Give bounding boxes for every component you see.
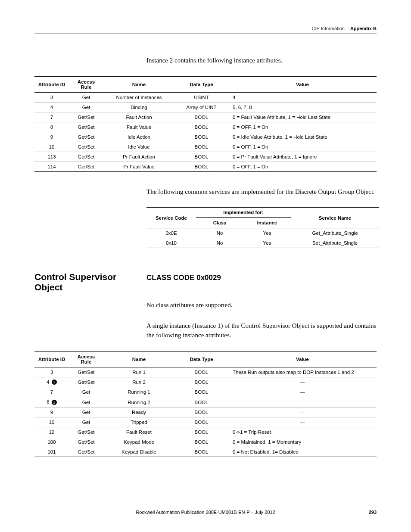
th-name: Name [103, 76, 174, 92]
th-service-name: Service Name [291, 208, 379, 228]
cell-access: Get/Set [69, 437, 103, 447]
th-access: Access Rule [69, 76, 103, 92]
cell-name: Number of Instances [103, 92, 174, 102]
cell-name: Run 1 [103, 367, 174, 377]
intro-text-1: Instance 2 contains the following instan… [146, 56, 377, 65]
cell-value: 0 = Not Disabled, 1= Disabled [228, 447, 377, 457]
cell-instance: Yes [243, 238, 291, 248]
cell-name: Running 2 [103, 397, 174, 408]
cell-name: Running 1 [103, 387, 174, 397]
page-header: CIP Information Appendix B [34, 26, 377, 34]
cell-value: — [228, 417, 377, 427]
cell-access: Get [69, 92, 103, 102]
cell-attr-id: 100 [34, 437, 69, 447]
cell-attr-id: 10 [34, 417, 69, 427]
cell-attr-id: 12 [34, 427, 69, 437]
cell-access: Get/Set [69, 427, 103, 437]
cell-value: 0 = OFF, 1 = On [228, 162, 377, 171]
cell-service-name: Set_Attribute_Single [291, 238, 379, 248]
header-label: CIP Information [312, 26, 345, 31]
intro-text-2: The following common services are implem… [146, 187, 377, 197]
cell-attr-id: 9 [34, 408, 69, 417]
cell-service-code: 0x0E [146, 228, 196, 238]
table-row: 3Get/SetRun 1BOOLThese Run outputs also … [34, 367, 377, 377]
cell-attr-id: 8 [34, 122, 69, 132]
cell-access: Get [69, 408, 103, 417]
table-row: 12Get/SetFault ResetBOOL0->1 = Trip Rese… [34, 427, 377, 437]
table-row: 8Get/SetFault ValueBOOL0 = OFF, 1 = On [34, 122, 377, 132]
th-name: Name [103, 351, 174, 367]
cell-value: 5, 6, 7, 8 [228, 102, 377, 112]
note-icon: 1 [52, 400, 57, 405]
cell-value: 0 = OFF, 1 = On [228, 122, 377, 132]
cell-type: BOOL [174, 122, 228, 132]
cell-access: Get/Set [69, 142, 103, 152]
cell-access: Get/Set [69, 367, 103, 377]
table-row: 7Get/SetFault ActionBOOL0 = Fault Value … [34, 112, 377, 122]
table-row: 0x10NoYesSet_Attribute_Single [146, 238, 379, 248]
th-access: Access Rule [69, 351, 103, 367]
cell-type: BOOL [174, 377, 228, 387]
table-row: 0x0ENoYesGet_Attribute_Single [146, 228, 379, 238]
section-title: Control Supervisor Object [34, 272, 146, 292]
cell-type: BOOL [174, 152, 228, 162]
cell-attr-id: 8 1 [34, 397, 69, 408]
cell-value: 0 = Idle Value Attribute, 1 = Hold Last … [228, 132, 377, 142]
cell-value: 0 = Pr Fault Value Attribute, 1 = Ignore [228, 152, 377, 162]
cell-name: Pr Fault Action [103, 152, 174, 162]
cell-value: 0 = Fault Value Attribute, 1 = Hold Last… [228, 112, 377, 122]
th-datatype: Data Type [174, 351, 228, 367]
footer-page-number: 293 [369, 510, 377, 515]
cell-value: — [228, 377, 377, 387]
th-attr-id: Attribute ID [34, 351, 69, 367]
table-row: 114Get/SetPr Fault ValueBOOL0 = OFF, 1 =… [34, 162, 377, 171]
table-row: 7GetRunning 1BOOL— [34, 387, 377, 397]
cell-value: 0 = Maintained, 1 = Momentary [228, 437, 377, 447]
th-service-code: Service Code [146, 208, 196, 228]
note-icon: 1 [52, 380, 57, 385]
cell-access: Get/Set [69, 447, 103, 457]
table-row: 4 1Get/SetRun 2BOOL— [34, 377, 377, 387]
table-row: 101Get/SetKeypad DisableBOOL0 = Not Disa… [34, 447, 377, 457]
cell-attr-id: 3 [34, 92, 69, 102]
table-row: 8 1GetRunning 2BOOL— [34, 397, 377, 408]
cell-name: Pr Fault Value [103, 162, 174, 171]
intro-text-4: A single instance (Instance 1) of the Co… [146, 321, 377, 340]
table-row: 3GetNumber of InstancesUSINT4 [34, 92, 377, 102]
cell-attr-id: 4 1 [34, 377, 69, 387]
cell-value: 0->1 = Trip Reset [228, 427, 377, 437]
table-header-row: Attribute ID Access Rule Name Data Type … [34, 351, 377, 367]
cell-type: Array of UINT [174, 102, 228, 112]
th-class: Class [196, 218, 243, 228]
cell-type: BOOL [174, 408, 228, 417]
table-row: 113Get/SetPr Fault ActionBOOL0 = Pr Faul… [34, 152, 377, 162]
table-header-group-row: Service Code Implemented for: Service Na… [146, 208, 379, 218]
cell-type: BOOL [174, 437, 228, 447]
cell-value: — [228, 387, 377, 397]
cell-value: — [228, 408, 377, 417]
section-header: Control Supervisor Object CLASS CODE 0x0… [34, 272, 377, 292]
cell-name: Keypad Disable [103, 447, 174, 457]
table-row: 10GetTrippedBOOL— [34, 417, 377, 427]
intro-text-3: No class attributes are supported. [146, 300, 377, 310]
cell-attr-id: 9 [34, 132, 69, 142]
cell-name: Run 2 [103, 377, 174, 387]
cell-value: 0 = OFF, 1 = On [228, 142, 377, 152]
cell-attr-id: 101 [34, 447, 69, 457]
cell-type: BOOL [174, 397, 228, 408]
cell-access: Get [69, 387, 103, 397]
cell-value: — [228, 397, 377, 408]
cell-type: BOOL [174, 112, 228, 122]
instance-attributes-table-1: Attribute ID Access Rule Name Data Type … [34, 76, 377, 172]
table-row: 9GetReadyBOOL— [34, 408, 377, 417]
th-implemented-for: Implemented for: [196, 208, 291, 218]
th-value: Value [228, 351, 377, 367]
cell-class: No [196, 228, 243, 238]
cell-type: BOOL [174, 132, 228, 142]
table-row: 9Get/SetIdle ActionBOOL0 = Idle Value At… [34, 132, 377, 142]
cell-name: Binding [103, 102, 174, 112]
cell-value: These Run outputs also map to DOP Instan… [228, 367, 377, 377]
cell-access: Get/Set [69, 377, 103, 387]
cell-attr-id: 10 [34, 142, 69, 152]
cell-value: 4 [228, 92, 377, 102]
